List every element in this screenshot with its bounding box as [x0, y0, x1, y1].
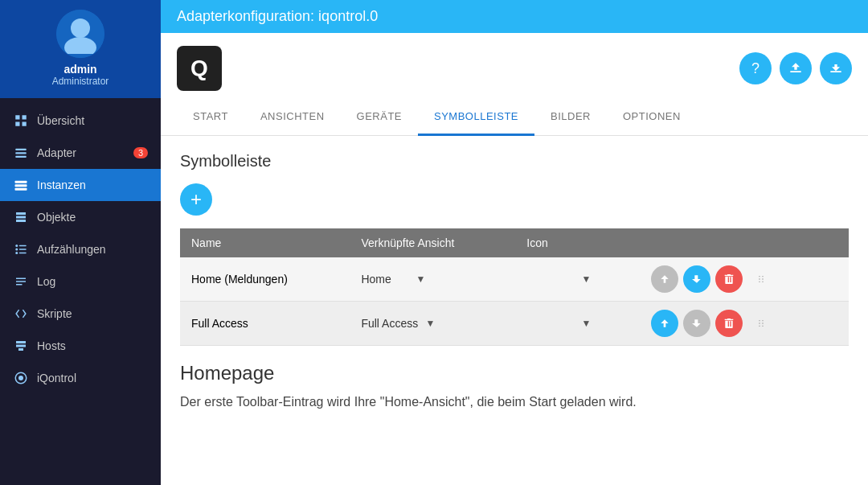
adapter-actions: ?	[739, 52, 852, 84]
sidebar-item-label: Aufzählungen	[37, 243, 106, 256]
sidebar-item-iqontrol[interactable]: iQontrol	[0, 362, 161, 394]
row-view[interactable]: Home ▼	[350, 257, 515, 302]
adapter-badge: 3	[133, 147, 148, 158]
sidebar-item-label: iQontrol	[37, 372, 76, 384]
svg-rect-5	[23, 122, 27, 126]
row-delete-button[interactable]	[715, 265, 743, 293]
svg-rect-15	[19, 249, 27, 250]
avatar	[56, 10, 104, 58]
tab-symbolleiste[interactable]: SYMBOLLEISTE	[418, 99, 534, 136]
add-entry-button[interactable]: +	[180, 183, 212, 216]
row-drag-handle[interactable]	[747, 310, 775, 337]
sidebar-item-objekte[interactable]: Objekte	[0, 201, 161, 233]
section-title: Symbolleiste	[180, 152, 849, 171]
homepage-title: Homepage	[180, 362, 849, 384]
content-area: Symbolleiste + Name Verknüpfte Ansicht I…	[161, 136, 868, 428]
row-name: Home (Meldungen)	[180, 257, 350, 302]
svg-point-14	[15, 249, 18, 251]
row-icon-select[interactable]	[526, 273, 591, 286]
sidebar-item-label: Instanzen	[37, 179, 86, 191]
log-icon	[13, 273, 29, 290]
svg-point-16	[15, 252, 18, 254]
sidebar-role: Administrator	[52, 76, 109, 87]
row-icon-select[interactable]	[526, 317, 591, 330]
iqontrol-icon	[13, 370, 29, 386]
row-actions-cell	[640, 257, 849, 302]
row-view-select[interactable]: Home	[361, 273, 425, 286]
svg-rect-17	[19, 253, 27, 254]
objects-icon	[13, 209, 29, 225]
row-actions-cell	[640, 302, 849, 346]
tab-bilder[interactable]: BILDER	[534, 99, 607, 136]
sidebar-item-log[interactable]: Log	[0, 265, 161, 298]
main-header: Adapterkonfiguration: iqontrol.0	[161, 0, 868, 33]
col-header-actions	[640, 228, 849, 257]
page-title: Adapterkonfiguration: iqontrol.0	[177, 8, 378, 25]
adapter-icon: Q	[177, 46, 222, 91]
col-header-icon: Icon	[515, 228, 639, 257]
svg-rect-13	[19, 245, 27, 247]
svg-rect-3	[23, 115, 27, 119]
sidebar-item-label: Adapter	[37, 146, 76, 159]
tab-gerate[interactable]: GERÄTE	[341, 99, 418, 136]
col-header-name: Name	[180, 228, 350, 257]
svg-point-0	[71, 18, 90, 38]
svg-rect-8	[15, 156, 27, 158]
col-header-view: Verknüpfte Ansicht	[350, 228, 515, 257]
row-icon[interactable]: ▼	[515, 302, 639, 346]
row-icon[interactable]: ▼	[515, 257, 639, 302]
adapter-icon	[13, 145, 29, 161]
tab-optionen[interactable]: OPTIONEN	[607, 99, 697, 136]
sidebar-item-label: Hosts	[37, 339, 66, 352]
main-area: Adapterkonfiguration: iqontrol.0 Q ? STA…	[161, 0, 868, 485]
upload-button[interactable]	[780, 52, 812, 84]
svg-rect-2	[15, 115, 19, 119]
script-icon	[13, 306, 29, 322]
sidebar-item-aufzahlungen[interactable]: Aufzählungen	[0, 233, 161, 265]
homepage-section: Homepage Der erste Toolbar-Eintrag wird …	[180, 362, 849, 412]
svg-rect-10	[15, 184, 27, 187]
toolbar-table: Name Verknüpfte Ansicht Icon Home (Meldu…	[180, 228, 849, 346]
sidebar-item-label: Übersicht	[37, 114, 84, 127]
sidebar-nav: Übersicht Adapter 3 Instanzen Objekte	[0, 98, 161, 485]
help-button[interactable]: ?	[739, 52, 772, 84]
row-drag-handle[interactable]	[747, 265, 775, 293]
svg-point-1	[64, 37, 96, 54]
svg-rect-11	[15, 188, 27, 191]
row-view[interactable]: Full Access ▼	[350, 302, 515, 346]
sidebar-item-skripte[interactable]: Skripte	[0, 298, 161, 330]
sidebar-item-label: Skripte	[37, 307, 72, 320]
row-name: Full Access	[180, 302, 350, 346]
download-button[interactable]	[820, 52, 852, 84]
sidebar-item-ubersicht[interactable]: Übersicht	[0, 105, 161, 137]
tab-ansichten[interactable]: ANSICHTEN	[244, 99, 341, 136]
row-up-button[interactable]	[651, 265, 678, 293]
tab-start[interactable]: START	[177, 99, 244, 136]
svg-rect-4	[15, 122, 19, 126]
homepage-description: Der erste Toolbar-Eintrag wird Ihre "Hom…	[180, 393, 849, 412]
sidebar: admin Administrator Übersicht Adapter 3 …	[0, 0, 161, 485]
sidebar-item-hosts[interactable]: Hosts	[0, 330, 161, 362]
instances-icon	[13, 177, 29, 193]
adapter-row: Q ?	[161, 33, 868, 99]
svg-rect-9	[15, 181, 27, 183]
tabs-bar: START ANSICHTEN GERÄTE SYMBOLLEISTE BILD…	[161, 99, 868, 136]
grid-icon	[13, 113, 29, 129]
sidebar-item-instanzen[interactable]: Instanzen	[0, 169, 161, 201]
svg-point-12	[15, 245, 18, 247]
sidebar-user: admin Administrator	[0, 0, 161, 98]
sidebar-item-label: Objekte	[37, 211, 76, 224]
sidebar-item-label: Log	[37, 275, 55, 288]
svg-rect-7	[15, 152, 27, 154]
row-down-button[interactable]	[683, 310, 710, 337]
table-row: Full Access Full Access ▼	[180, 302, 849, 346]
table-row: Home (Meldungen) Home ▼	[180, 257, 849, 302]
sidebar-username: admin	[63, 63, 96, 76]
sidebar-item-adapter[interactable]: Adapter 3	[0, 137, 161, 169]
svg-rect-6	[15, 149, 27, 150]
row-down-button[interactable]	[683, 265, 710, 293]
row-delete-button[interactable]	[715, 310, 743, 337]
svg-point-19	[18, 376, 23, 380]
row-up-button[interactable]	[651, 310, 678, 337]
row-view-select[interactable]: Full Access	[361, 317, 435, 330]
